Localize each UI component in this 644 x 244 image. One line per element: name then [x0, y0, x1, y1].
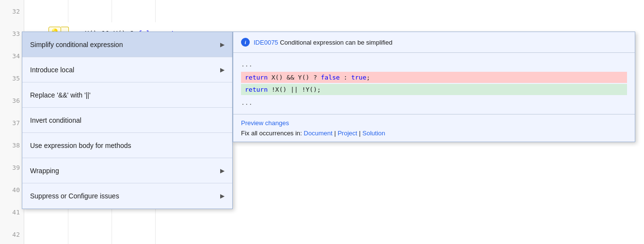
menu-item-suppress-arrow: ▶ [220, 193, 225, 199]
preview-footer: Preview changes Fix all occurrences in: … [233, 114, 635, 142]
menu-item-introduce-local-arrow: ▶ [220, 66, 225, 73]
menu-item-introduce-local-label: Introduce local [30, 66, 74, 74]
line-num-41: 41 [0, 201, 24, 223]
menu-item-replace-and[interactable]: Replace '&&' with '||' [22, 82, 232, 108]
preview-code-removed: return X() && Y() ? false : true; [241, 72, 627, 83]
editor-line-32 [24, 0, 644, 22]
fix-document-link[interactable]: Document [304, 130, 332, 137]
menu-item-simplify-label: Simplify conditional expression [30, 41, 123, 49]
menu-item-wrapping-arrow: ▶ [220, 167, 225, 174]
fix-solution-link[interactable]: Solution [362, 130, 385, 137]
menu-item-invert-conditional[interactable]: Invert conditional [22, 108, 232, 133]
menu-item-replace-and-label: Replace '&&' with '||' [30, 91, 91, 99]
menu-item-simplify-arrow: ▶ [220, 41, 225, 48]
preview-dots-bottom: ... [241, 99, 627, 106]
menu-item-suppress[interactable]: Suppress or Configure issues ▶ [22, 183, 232, 209]
menu-item-introduce-local[interactable]: Introduce local ▶ [22, 57, 232, 82]
line-num-37: 37 [0, 112, 24, 134]
fix-project-link[interactable]: Project [338, 130, 357, 137]
preview-title-text: Conditional expression can be simplified [278, 39, 393, 46]
line-num-42: 42 [0, 223, 24, 244]
info-icon: i [241, 38, 250, 47]
preview-header: i IDE0075 Conditional expression can be … [233, 32, 635, 53]
removed-false-kw: false [321, 74, 340, 81]
menu-item-simplify[interactable]: Simplify conditional expression ▶ [22, 32, 232, 57]
preview-body: ... return X() && Y() ? false : true; re… [233, 53, 635, 114]
menu-item-expression-body[interactable]: Use expression body for methods [22, 133, 232, 158]
preview-panel: i IDE0075 Conditional expression can be … [233, 32, 635, 142]
line-num-39: 39 [0, 156, 24, 179]
line-num-36: 36 [0, 89, 24, 112]
line-num-34: 34 [0, 45, 24, 67]
line-num-33: 33 [0, 22, 24, 45]
menu-item-suppress-label: Suppress or Configure issues [30, 192, 119, 200]
menu-item-invert-conditional-label: Invert conditional [30, 116, 81, 124]
line-num-40: 40 [0, 179, 24, 201]
preview-changes-link[interactable]: Preview changes [241, 119, 627, 127]
ide-code: IDE0075 [254, 39, 278, 46]
line-num-38: 38 [0, 134, 24, 156]
menu-item-wrapping[interactable]: Wrapping ▶ [22, 158, 232, 183]
editor-line-42 [24, 223, 644, 244]
line-num-32: 32 [0, 0, 24, 22]
context-menu: Simplify conditional expression ▶ Introd… [22, 32, 233, 209]
added-return-kw: return [245, 86, 268, 93]
line-num-35: 35 [0, 67, 24, 89]
preview-code-added: return !X() || !Y(); [241, 84, 627, 95]
preview-dots-top: ... [241, 61, 627, 68]
removed-return-kw: return [245, 74, 268, 81]
menu-item-wrapping-label: Wrapping [30, 167, 59, 175]
menu-item-expression-body-label: Use expression body for methods [30, 142, 131, 149]
fix-all-line: Fix all occurrences in: Document | Proje… [241, 130, 627, 137]
removed-true-kw: true [351, 74, 366, 81]
fix-all-prefix: Fix all occurrences in: [241, 130, 304, 137]
line-numbers: 32 33 34 35 36 37 38 39 40 41 42 43 [0, 0, 24, 244]
preview-title: IDE0075 Conditional expression can be si… [254, 39, 392, 46]
